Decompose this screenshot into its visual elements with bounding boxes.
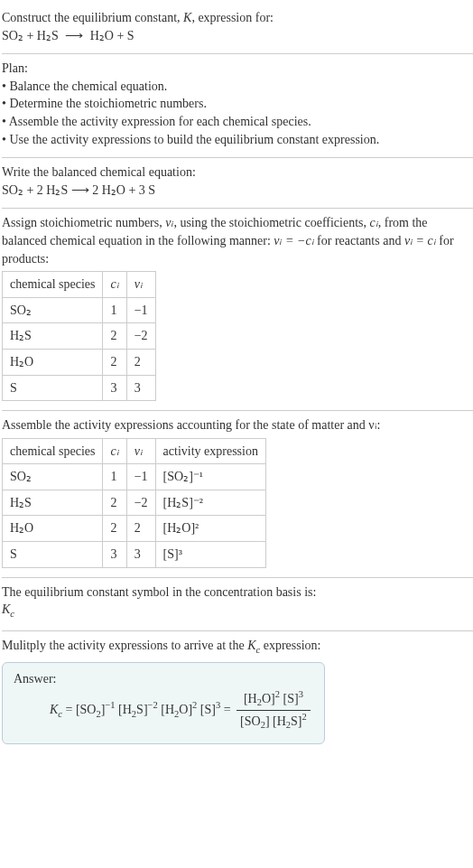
- basis-text: The equilibrium constant symbol in the c…: [2, 583, 473, 602]
- intro-text-1b: , expression for:: [191, 11, 274, 24]
- cell-nu: −2: [126, 323, 155, 350]
- kc-symbol: Kc: [2, 601, 473, 621]
- stoich-t1: Assign stoichiometric numbers,: [2, 216, 165, 229]
- col-species: chemical species: [3, 272, 103, 298]
- table-row: SO₂ 1 −1 [SO₂]⁻¹: [3, 464, 266, 490]
- basis-section: The equilibrium constant symbol in the c…: [2, 578, 473, 631]
- table-row: H₂S 2 −2 [H₂S]⁻²: [3, 490, 266, 516]
- plan-bullet-1: • Balance the chemical equation.: [2, 78, 473, 96]
- products: H₂O + S: [90, 29, 134, 42]
- stoich-t2: , using the stoichiometric coefficients,: [173, 216, 369, 229]
- k-symbol: K: [183, 11, 191, 24]
- cell-nu: −1: [126, 464, 155, 490]
- stoich-section: Assign stoichiometric numbers, νᵢ, using…: [2, 209, 473, 411]
- cell-expr: [H₂O]²: [155, 516, 265, 542]
- cell-species: S: [3, 542, 103, 568]
- col-ci: cᵢ: [103, 438, 126, 464]
- cell-nu: −2: [126, 490, 155, 516]
- cell-c: 2: [103, 349, 126, 375]
- cell-species: H₂O: [3, 349, 103, 375]
- plan-heading: Plan:: [2, 60, 473, 78]
- unbalanced-equation: SO₂ + H₂S ⟶ H₂O + S: [2, 27, 473, 45]
- intro-line: Construct the equilibrium constant, K, e…: [2, 9, 473, 27]
- fraction: [H2O]2 [S]3 [SO2] [H2S]2: [236, 688, 311, 733]
- table-header-row: chemical species cᵢ νᵢ activity expressi…: [3, 438, 266, 464]
- activity-section: Assemble the activity expressions accoun…: [2, 411, 473, 578]
- rule1: νᵢ = −cᵢ: [274, 234, 313, 247]
- stoich-table: chemical species cᵢ νᵢ SO₂ 1 −1 H₂S 2 −2…: [2, 271, 156, 401]
- cell-nu: 2: [126, 516, 155, 542]
- cell-c: 3: [103, 542, 126, 568]
- problem-statement: Construct the equilibrium constant, K, e…: [2, 4, 473, 54]
- cell-nu: 3: [126, 542, 155, 568]
- col-nu: νᵢ: [126, 438, 155, 464]
- ci-symbol: cᵢ: [370, 216, 378, 229]
- cell-c: 2: [103, 490, 126, 516]
- table-row: S 3 3: [3, 375, 156, 401]
- cell-species: S: [3, 375, 103, 401]
- table-header-row: chemical species cᵢ νᵢ: [3, 272, 156, 298]
- stoich-t4: for reactants and: [314, 234, 404, 247]
- activity-heading: Assemble the activity expressions accoun…: [2, 416, 473, 434]
- cell-expr: [SO₂]⁻¹: [155, 464, 265, 490]
- plan-bullet-2: • Determine the stoichiometric numbers.: [2, 95, 473, 113]
- table-row: SO₂ 1 −1: [3, 297, 156, 323]
- col-ci: cᵢ: [103, 272, 126, 298]
- cell-c: 3: [103, 375, 126, 401]
- cell-species: H₂S: [3, 323, 103, 350]
- table-row: H₂O 2 2 [H₂O]²: [3, 516, 266, 542]
- cell-species: H₂O: [3, 516, 103, 542]
- cell-c: 2: [103, 516, 126, 542]
- table-row: H₂O 2 2: [3, 349, 156, 375]
- table-row: H₂S 2 −2: [3, 323, 156, 350]
- balanced-equation: SO₂ + 2 H₂S ⟶ 2 H₂O + 3 S: [2, 182, 473, 200]
- cell-expr: [H₂S]⁻²: [155, 490, 265, 516]
- activity-table: chemical species cᵢ νᵢ activity expressi…: [2, 438, 266, 568]
- rule2: νᵢ = cᵢ: [404, 234, 436, 247]
- cell-species: SO₂: [3, 297, 103, 323]
- cell-nu: 2: [126, 349, 155, 375]
- col-expr: activity expression: [155, 438, 265, 464]
- col-nu: νᵢ: [126, 272, 155, 298]
- cell-c: 2: [103, 323, 126, 350]
- fraction-denominator: [SO2] [H2S]2: [236, 711, 311, 733]
- final-heading: Mulitply the activity expressions to arr…: [2, 637, 473, 657]
- cell-species: H₂S: [3, 490, 103, 516]
- cell-c: 1: [103, 464, 126, 490]
- intro-text-1: Construct the equilibrium constant,: [2, 11, 183, 24]
- cell-nu: 3: [126, 375, 155, 401]
- answer-box: Answer: Kc = [SO2]−1 [H2S]−2 [H2O]2 [S]3…: [2, 662, 325, 744]
- plan-bullet-4: • Use the activity expressions to build …: [2, 131, 473, 149]
- answer-label: Answer:: [14, 670, 313, 688]
- col-species: chemical species: [3, 438, 103, 464]
- cell-nu: −1: [126, 297, 155, 323]
- balanced-heading: Write the balanced chemical equation:: [2, 163, 473, 182]
- fraction-numerator: [H2O]2 [S]3: [236, 688, 311, 711]
- final-section: Mulitply the activity expressions to arr…: [2, 631, 473, 753]
- cell-c: 1: [103, 297, 126, 323]
- plan-section: Plan: • Balance the chemical equation. •…: [2, 54, 473, 158]
- stoich-text: Assign stoichiometric numbers, νᵢ, using…: [2, 214, 473, 267]
- cell-species: SO₂: [3, 464, 103, 490]
- table-row: S 3 3 [S]³: [3, 542, 266, 568]
- balanced-section: Write the balanced chemical equation: SO…: [2, 158, 473, 209]
- reactants: SO₂ + H₂S: [2, 29, 59, 42]
- plan-bullet-3: • Assemble the activity expression for e…: [2, 113, 473, 131]
- arrow-icon: ⟶: [65, 27, 83, 45]
- cell-expr: [S]³: [155, 542, 265, 568]
- answer-equation: Kc = [SO2]−1 [H2S]−2 [H2O]2 [S]3 = [H2O]…: [14, 688, 313, 733]
